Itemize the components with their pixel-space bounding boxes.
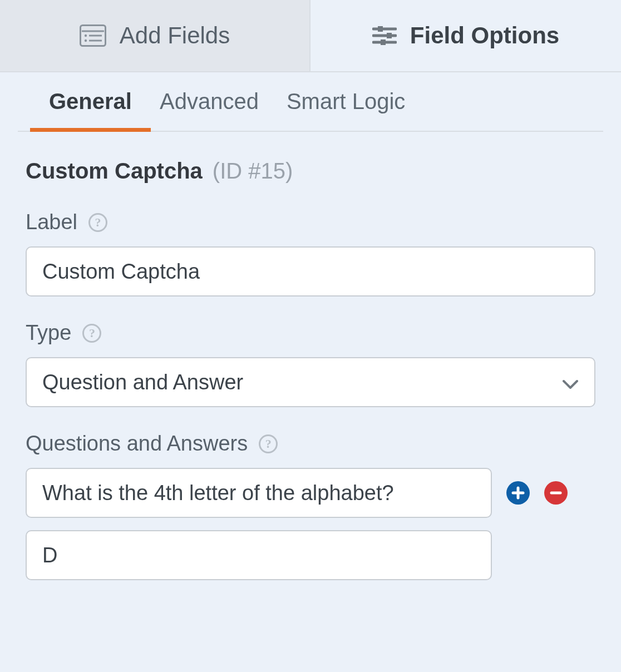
answer-input[interactable] [26, 530, 492, 580]
svg-rect-7 [378, 26, 383, 32]
sub-tab-bar: General Advanced Smart Logic [18, 72, 603, 132]
field-type-name: Custom Captcha [26, 159, 203, 184]
svg-point-4 [85, 39, 87, 42]
section-title: Custom Captcha (ID #15) [26, 159, 595, 184]
tab-add-fields[interactable]: Add Fields [0, 0, 310, 71]
sub-tab-advanced-label: Advanced [160, 89, 259, 113]
sub-tab-smart-logic-label: Smart Logic [287, 89, 405, 113]
sub-tab-general-label: General [49, 89, 132, 113]
tab-field-options[interactable]: Field Options [310, 0, 621, 71]
minus-icon [549, 486, 563, 500]
chevron-down-icon [562, 370, 579, 394]
qa-item [26, 468, 595, 518]
help-icon[interactable]: ? [82, 324, 101, 343]
help-icon[interactable]: ? [259, 434, 278, 453]
help-icon[interactable]: ? [88, 213, 107, 232]
type-select-value: Question and Answer [42, 370, 243, 394]
remove-button[interactable] [544, 481, 568, 505]
sub-tab-advanced[interactable]: Advanced [160, 89, 259, 131]
sub-tab-smart-logic[interactable]: Smart Logic [287, 89, 405, 131]
add-button[interactable] [506, 481, 530, 505]
tab-field-options-label: Field Options [410, 22, 559, 49]
content-area: Custom Captcha (ID #15) Label ? Type ? Q… [0, 132, 621, 627]
plus-icon [511, 486, 525, 500]
sliders-icon [372, 24, 397, 47]
question-input[interactable] [26, 468, 492, 518]
top-tab-bar: Add Fields Field Options [0, 0, 621, 72]
svg-point-2 [85, 34, 87, 37]
field-id: (ID #15) [213, 159, 293, 184]
type-select[interactable]: Question and Answer [26, 357, 595, 407]
type-label: Type [26, 321, 71, 345]
tab-add-fields-label: Add Fields [120, 22, 230, 49]
label-label: Label [26, 210, 77, 234]
group-label: Label ? [26, 210, 595, 297]
group-type: Type ? Question and Answer [26, 321, 595, 407]
group-qa: Questions and Answers ? [26, 432, 595, 580]
list-icon [80, 24, 106, 47]
svg-rect-11 [381, 39, 386, 45]
label-input[interactable] [26, 246, 595, 297]
svg-rect-9 [387, 33, 392, 38]
sub-tab-general[interactable]: General [49, 89, 132, 131]
qa-label: Questions and Answers [26, 432, 248, 456]
